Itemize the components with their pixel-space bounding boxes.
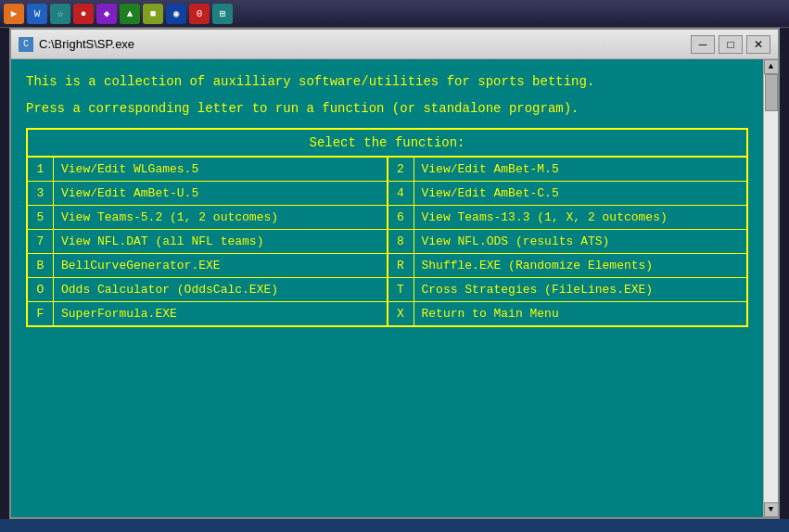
taskbar-icon-5[interactable]: ◆ [96,4,117,24]
cell-key-B[interactable]: B [28,254,54,277]
cell-value-1[interactable]: View/Edit WLGames.5 [54,158,388,181]
main-window: C C:\BrightS\SP.exe ─ □ ✕ This is a coll… [9,28,780,519]
cell-key-6[interactable]: 6 [388,206,414,229]
taskbar-icon-2[interactable]: W [27,4,47,24]
cell-key-R[interactable]: R [388,254,414,277]
window-title: C:\BrightS\SP.exe [39,37,691,51]
table-row: B BellCurveGenerator.EXE R Shuffle.EXE (… [28,254,746,278]
taskbar-icon-7[interactable]: ■ [143,4,163,24]
table-body: 1 View/Edit WLGames.5 2 View/Edit AmBet-… [28,158,746,325]
cell-key-1[interactable]: 1 [28,158,54,181]
console-line1: This is a collection of auxilliary softw… [26,72,748,92]
console-line2: Press a corresponding letter to run a fu… [26,99,748,119]
cell-value-R[interactable]: Shuffle.EXE (Randomize Elements) [414,254,747,277]
close-button[interactable]: ✕ [746,35,770,54]
cell-value-O[interactable]: Odds Calculator (OddsCalc.EXE) [54,278,388,301]
title-bar: C C:\BrightS\SP.exe ─ □ ✕ [11,30,778,59]
cell-value-3[interactable]: View/Edit AmBet-U.5 [54,182,388,205]
cell-key-O[interactable]: O [28,278,54,301]
cell-key-4[interactable]: 4 [388,182,414,205]
table-row: F SuperFormula.EXE X Return to Main Menu [28,302,746,325]
cell-value-T[interactable]: Cross Strategies (FileLines.EXE) [414,278,747,301]
cell-key-8[interactable]: 8 [388,230,414,253]
scrollbar-right: ▲ ▼ [763,59,778,517]
taskbar-icon-4[interactable]: ● [73,4,94,24]
cell-key-5[interactable]: 5 [28,206,54,229]
taskbar-icon-10[interactable]: ⊞ [212,4,233,24]
console-area: This is a collection of auxilliary softw… [11,59,763,517]
window-icon: C [19,37,33,52]
taskbar-icon-9[interactable]: 0 [189,4,210,24]
table-row: 3 View/Edit AmBet-U.5 4 View/Edit AmBet-… [28,182,746,206]
cell-key-3[interactable]: 3 [28,182,54,205]
table-header: Select the function: [28,130,746,158]
taskbar-icon-6[interactable]: ▲ [120,4,140,24]
table-row: 1 View/Edit WLGames.5 2 View/Edit AmBet-… [28,158,746,182]
taskbar-bottom [0,519,789,532]
scroll-track[interactable] [764,74,778,502]
cell-value-B[interactable]: BellCurveGenerator.EXE [54,254,388,277]
cell-value-6[interactable]: View Teams-13.3 (1, X, 2 outcomes) [414,206,747,229]
table-row: 7 View NFL.DAT (all NFL teams) 8 View NF… [28,230,746,254]
cell-value-2[interactable]: View/Edit AmBet-M.5 [414,158,747,181]
function-table: Select the function: 1 View/Edit WLGames… [26,128,748,327]
cell-key-7[interactable]: 7 [28,230,54,253]
maximize-button[interactable]: □ [719,35,743,54]
cell-key-T[interactable]: T [388,278,414,301]
taskbar-top: ▶ W ☆ ● ◆ ▲ ■ ◉ 0 ⊞ [0,0,789,28]
title-bar-buttons: ─ □ ✕ [691,35,770,54]
scroll-down-button[interactable]: ▼ [764,502,779,517]
scroll-thumb[interactable] [765,74,778,111]
scrollbar-container: This is a collection of auxilliary softw… [11,59,778,517]
taskbar-icon-8[interactable]: ◉ [166,4,186,24]
scroll-up-button[interactable]: ▲ [764,59,779,74]
cell-value-X[interactable]: Return to Main Menu [414,302,747,325]
cell-key-F[interactable]: F [28,302,54,325]
minimize-button[interactable]: ─ [691,35,715,54]
cell-value-7[interactable]: View NFL.DAT (all NFL teams) [54,230,388,253]
taskbar-icon-3[interactable]: ☆ [50,4,70,24]
taskbar-icon-1[interactable]: ▶ [4,4,24,24]
table-row: 5 View Teams-5.2 (1, 2 outcomes) 6 View … [28,206,746,230]
cell-key-X[interactable]: X [388,302,414,325]
cell-value-F[interactable]: SuperFormula.EXE [54,302,388,325]
cell-key-2[interactable]: 2 [388,158,414,181]
cell-value-8[interactable]: View NFL.ODS (results ATS) [414,230,747,253]
cell-value-5[interactable]: View Teams-5.2 (1, 2 outcomes) [54,206,388,229]
table-row: O Odds Calculator (OddsCalc.EXE) T Cross… [28,278,746,302]
cell-value-4[interactable]: View/Edit AmBet-C.5 [414,182,747,205]
